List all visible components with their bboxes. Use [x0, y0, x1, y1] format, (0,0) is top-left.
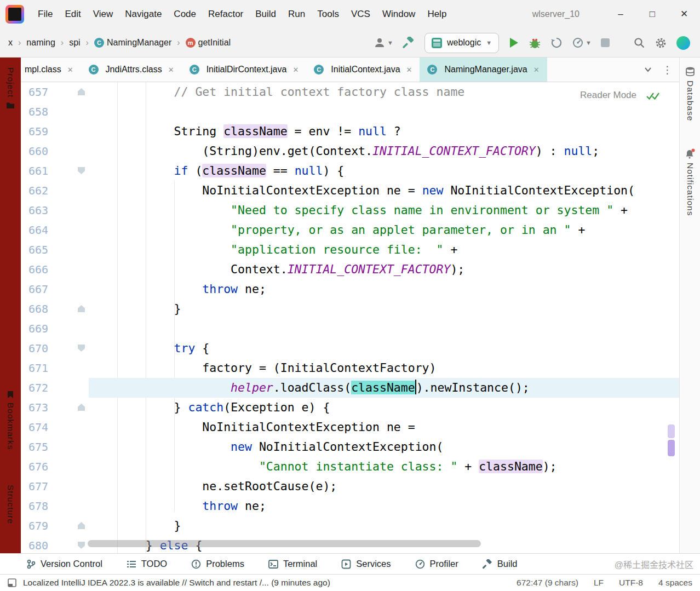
code-line-673[interactable]: } catch(Exception e) {: [89, 398, 679, 417]
fold-marker-icon[interactable]: [78, 404, 85, 411]
reader-mode-label[interactable]: Reader Mode: [580, 90, 636, 101]
fold-marker-icon[interactable]: [78, 88, 85, 95]
tool-button-bookmarks[interactable]: Bookmarks: [0, 391, 21, 450]
minimize-button[interactable]: –: [605, 0, 636, 28]
code-token: ne;: [238, 282, 266, 296]
close-icon[interactable]: ✕: [168, 66, 174, 74]
code-line-675[interactable]: new NoInitialContextException(: [89, 437, 679, 457]
code-line-677[interactable]: ne.setRootCause(e);: [89, 477, 679, 496]
code-line-661[interactable]: if (className == null) {: [89, 161, 679, 181]
close-icon[interactable]: ✕: [406, 66, 412, 74]
breadcrumb-item-naming[interactable]: naming: [25, 37, 56, 49]
scrollbar-occurrence-mark[interactable]: [668, 440, 675, 456]
code-line-678[interactable]: throw ne;: [89, 496, 679, 516]
code-line-660[interactable]: (String)env.get(Context.INITIAL_CONTEXT_…: [89, 141, 679, 161]
breadcrumb-item-package[interactable]: x: [7, 37, 14, 49]
code-line-665[interactable]: "application resource file: " +: [89, 240, 679, 260]
menu-build[interactable]: Build: [249, 0, 282, 28]
profiler-button[interactable]: ▼: [572, 37, 592, 49]
code-line-672[interactable]: helper.loadClass(className).newInstance(…: [89, 378, 679, 398]
tab-jndiattrs-class[interactable]: C JndiAttrs.class ✕: [81, 58, 182, 82]
more-options-icon[interactable]: ⋮: [662, 64, 673, 76]
status-message[interactable]: Localized IntelliJ IDEA 2022.3 is availa…: [23, 578, 330, 588]
code-line-671[interactable]: factory = (InitialContextFactory): [89, 358, 679, 378]
code-line-674[interactable]: NoInitialContextException ne =: [89, 417, 679, 437]
code-line-669[interactable]: [89, 319, 679, 338]
tab-mpl-class[interactable]: mpl.class ✕: [21, 58, 81, 82]
run-button[interactable]: [508, 37, 519, 49]
tool-button-database[interactable]: Database: [680, 66, 700, 121]
tool-window-layout-icon[interactable]: [8, 578, 16, 587]
scrollbar-occurrence-mark[interactable]: [668, 424, 675, 438]
close-icon[interactable]: ✕: [67, 66, 73, 74]
close-button[interactable]: ✕: [668, 0, 700, 28]
menu-edit[interactable]: Edit: [59, 0, 87, 28]
code-area[interactable]: // Get initial context factory class nam…: [89, 82, 679, 553]
close-icon[interactable]: ✕: [292, 66, 299, 74]
tool-button-project[interactable]: Project: [0, 67, 21, 109]
fold-marker-icon[interactable]: [78, 305, 85, 312]
chevron-down-icon[interactable]: [644, 65, 652, 74]
line-number: 671: [21, 358, 48, 378]
menu-file[interactable]: File: [32, 0, 59, 28]
maximize-button[interactable]: □: [636, 0, 668, 28]
indent-widget[interactable]: 4 spaces: [658, 578, 692, 588]
code-line-676[interactable]: "Cannot instantiate class: " + className…: [89, 457, 679, 477]
menu-code[interactable]: Code: [168, 0, 202, 28]
build-project-button[interactable]: [403, 37, 415, 49]
tab-initialdircontext-java[interactable]: C InitialDirContext.java ✕: [182, 58, 307, 82]
caret-position-widget[interactable]: 672:47 (9 chars): [517, 578, 578, 588]
code-line-658[interactable]: [89, 102, 679, 122]
menu-help[interactable]: Help: [421, 0, 452, 28]
fold-marker-icon[interactable]: [78, 167, 85, 174]
tool-button-profiler[interactable]: Profiler: [415, 559, 458, 569]
inspections-ok-icon[interactable]: [646, 91, 661, 101]
code-line-670[interactable]: try {: [89, 338, 679, 358]
breadcrumb-item-spi[interactable]: spi: [67, 37, 82, 49]
menu-vcs[interactable]: VCS: [345, 0, 376, 28]
code-with-me-users-button[interactable]: ▼: [374, 37, 393, 49]
line-separator-widget[interactable]: LF: [594, 578, 604, 588]
encoding-widget[interactable]: UTF-8: [619, 578, 643, 588]
tool-button-terminal[interactable]: Terminal: [268, 559, 317, 569]
menu-window[interactable]: Window: [376, 0, 421, 28]
debug-button[interactable]: [529, 37, 541, 49]
close-icon[interactable]: ✕: [533, 66, 540, 74]
menu-view[interactable]: View: [87, 0, 119, 28]
run-config-app-icon: [432, 38, 442, 48]
run-with-coverage-button[interactable]: [550, 37, 563, 49]
tool-button-services[interactable]: Services: [341, 559, 391, 569]
tool-button-problems[interactable]: Problems: [191, 559, 244, 569]
stop-button[interactable]: [601, 38, 610, 47]
code-line-679[interactable]: }: [89, 516, 679, 536]
tool-button-structure[interactable]: Structure: [0, 485, 21, 524]
settings-button[interactable]: [655, 37, 667, 49]
horizontal-scrollbar[interactable]: [88, 540, 481, 547]
menu-refactor[interactable]: Refactor: [202, 0, 249, 28]
run-configuration-select[interactable]: weblogic ▼: [424, 33, 499, 53]
breadcrumb-item-method[interactable]: m getInitial: [184, 37, 233, 49]
search-everywhere-button[interactable]: [633, 37, 645, 49]
tool-button-build[interactable]: Build: [483, 559, 518, 569]
fold-marker-icon[interactable]: [78, 542, 85, 549]
tab-namingmanager-java[interactable]: C NamingManager.java ✕: [420, 58, 547, 82]
menu-navigate[interactable]: Navigate: [119, 0, 168, 28]
tool-button-todo[interactable]: TODO: [127, 559, 167, 569]
code-line-666[interactable]: Context.INITIAL_CONTEXT_FACTORY);: [89, 260, 679, 279]
fold-marker-icon[interactable]: [78, 522, 85, 529]
tool-button-notifications[interactable]: Notifications: [680, 148, 700, 216]
code-line-664[interactable]: "property, or as an applet parameter, or…: [89, 220, 679, 240]
code-line-667[interactable]: throw ne;: [89, 279, 679, 299]
code-line-662[interactable]: NoInitialContextException ne = new NoIni…: [89, 181, 679, 200]
code-line-663[interactable]: "Need to specify class name in environme…: [89, 200, 679, 220]
fold-marker-icon[interactable]: [78, 345, 85, 352]
menu-tools[interactable]: Tools: [311, 0, 345, 28]
code-line-659[interactable]: String className = env != null ?: [89, 122, 679, 141]
breadcrumb-item-class[interactable]: C NamingManager: [93, 37, 173, 49]
editor[interactable]: 6576586596606616626636646656666676686696…: [21, 82, 679, 553]
tool-button-version-control[interactable]: Version Control: [26, 559, 102, 569]
ide-features-trainer-button[interactable]: [676, 36, 690, 50]
menu-run[interactable]: Run: [282, 0, 311, 28]
code-line-668[interactable]: }: [89, 299, 679, 319]
tab-initialcontext-java[interactable]: C InitialContext.java ✕: [306, 58, 420, 82]
